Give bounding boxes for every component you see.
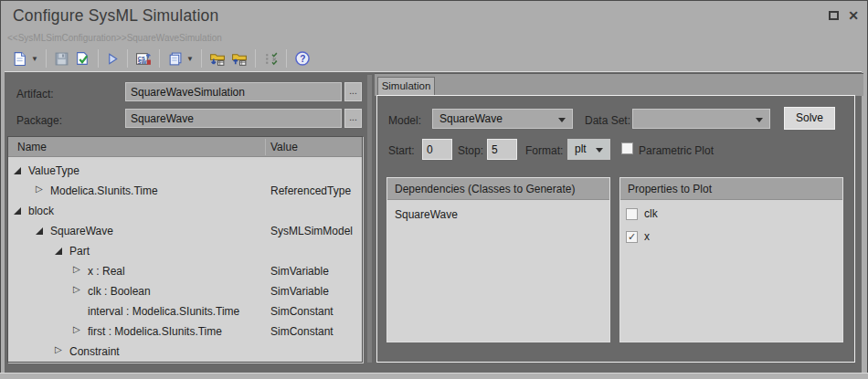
tree-row[interactable]: x : Real SimVariable <box>8 261 362 281</box>
package-label: Package: <box>16 114 62 127</box>
expander-icon[interactable] <box>55 247 65 257</box>
options-checklist-icon <box>263 51 279 67</box>
column-header-name[interactable]: Name <box>17 141 47 153</box>
new-artifact-button[interactable] <box>9 47 30 69</box>
expander-icon[interactable] <box>73 327 83 337</box>
tree-row[interactable]: interval : Modelica.SIunits.Time SimCons… <box>8 301 362 321</box>
tree-row-name: ValueType <box>28 164 79 177</box>
expander-icon[interactable] <box>55 347 65 357</box>
format-selected-value: plt <box>575 142 587 155</box>
tree-row-name: clk : Boolean <box>88 285 151 298</box>
tree-row-name: Constraint <box>69 345 120 358</box>
tree-row[interactable]: Modelica.SIunits.Time ReferencedType <box>8 181 362 201</box>
dependency-item[interactable]: SquareWave <box>395 208 458 221</box>
expander-icon[interactable] <box>73 287 83 297</box>
help-icon: ? <box>294 50 311 67</box>
column-divider[interactable] <box>265 139 266 155</box>
svg-text:?: ? <box>300 54 305 64</box>
artifact-field[interactable] <box>125 82 342 101</box>
generate-code-icon: CS SW <box>135 51 152 67</box>
config-tree: ValueType Modelica.SIunits.Time Referenc… <box>8 157 362 362</box>
stereotype-subtitle: <<SysMLSimConfiguration>>SquareWaveSimul… <box>7 33 222 43</box>
tree-row-value: ReferencedType <box>270 184 351 197</box>
solve-button[interactable]: Solve <box>784 107 835 130</box>
maximize-button[interactable] <box>829 11 839 20</box>
tree-row[interactable]: Part <box>8 241 362 261</box>
property-checkbox-clk[interactable] <box>626 208 638 220</box>
property-row[interactable]: x <box>626 230 650 243</box>
tree-row-value: SimConstant <box>270 305 333 318</box>
copy-button[interactable] <box>164 47 185 69</box>
expander-icon[interactable] <box>36 186 46 196</box>
dataset-select[interactable] <box>632 109 770 129</box>
stop-label: Stop: <box>458 144 483 157</box>
toolbar: ▼ CS SW <box>0 46 868 71</box>
artifact-browse-button[interactable]: ... <box>344 82 362 101</box>
tree-row[interactable]: SquareWave SysMLSimModel <box>8 221 362 241</box>
export-button[interactable] <box>228 47 250 69</box>
dependencies-header: Dependencies (Classes to Generate) <box>387 178 609 200</box>
format-select[interactable]: plt <box>567 139 610 160</box>
save-button[interactable] <box>51 47 72 69</box>
format-label: Format: <box>525 144 563 157</box>
tree-row[interactable]: ValueType <box>8 161 362 181</box>
panel-splitter[interactable] <box>367 75 372 363</box>
property-label: x <box>644 230 650 243</box>
tree-row[interactable]: first : Modelica.SIunits.Time SimConstan… <box>8 321 362 342</box>
tree-row-name: first : Modelica.SIunits.Time <box>88 325 222 338</box>
dataset-label: Data Set: <box>585 114 630 127</box>
new-artifact-caret-icon[interactable]: ▼ <box>31 55 38 63</box>
close-button[interactable]: ✕ <box>848 11 859 20</box>
properties-to-plot-panel: Properties to Plot clk x <box>619 177 843 342</box>
import-button[interactable] <box>206 47 228 69</box>
expander-icon[interactable] <box>14 166 24 176</box>
model-select[interactable]: SquareWave <box>432 109 573 129</box>
stop-input[interactable] <box>487 139 517 160</box>
start-input[interactable] <box>422 139 452 160</box>
grid-header: Name Value <box>8 137 362 157</box>
configure-sysml-simulation-dialog: Configure SysML Simulation ✕ <<SysMLSimC… <box>0 0 868 379</box>
toolbar-separator <box>255 49 256 68</box>
column-header-value[interactable]: Value <box>270 141 298 153</box>
toolbar-separator <box>46 49 47 68</box>
expander-icon[interactable] <box>73 307 83 317</box>
artifact-label: Artifact: <box>16 88 54 100</box>
dependencies-panel: Dependencies (Classes to Generate) Squar… <box>386 177 610 342</box>
properties-grid: Name Value ValueType Modelica.SIunits.Ti… <box>7 136 363 363</box>
expander-icon[interactable] <box>73 267 83 277</box>
tree-row[interactable]: Constraint <box>8 342 362 362</box>
package-browse-button[interactable]: ... <box>344 109 362 128</box>
validate-button[interactable] <box>72 47 93 69</box>
parametric-plot-checkbox[interactable] <box>621 142 633 154</box>
properties-header: Properties to Plot <box>620 178 842 200</box>
property-row[interactable]: clk <box>626 207 658 220</box>
tree-row-name: SquareWave <box>50 225 113 237</box>
expander-icon[interactable] <box>14 206 24 216</box>
expander-icon[interactable] <box>36 226 46 237</box>
package-field[interactable] <box>125 109 342 128</box>
window-bottom-edge <box>0 373 868 379</box>
dependencies-list[interactable]: SquareWave <box>387 200 609 342</box>
generate-code-button[interactable]: CS SW <box>132 47 154 69</box>
tree-row-name: Modelica.SIunits.Time <box>50 184 158 197</box>
tree-row-value: SimVariable <box>270 265 329 278</box>
properties-list[interactable]: clk x <box>620 200 842 342</box>
options-button[interactable] <box>260 47 281 69</box>
property-label: clk <box>644 207 658 220</box>
model-label: Model: <box>388 114 421 127</box>
toolbar-separator <box>159 49 160 68</box>
tree-row-name: x : Real <box>88 265 125 278</box>
svg-text:SW: SW <box>138 59 147 65</box>
copy-caret-icon[interactable]: ▼ <box>186 55 194 63</box>
run-icon <box>106 52 120 66</box>
tab-strip <box>375 73 863 96</box>
tree-row[interactable]: block <box>8 201 362 221</box>
import-folder-icon <box>209 51 226 67</box>
property-checkbox-x[interactable] <box>626 231 638 243</box>
tab-simulation[interactable]: Simulation <box>377 77 435 96</box>
tree-row[interactable]: clk : Boolean SimVariable <box>8 281 362 301</box>
run-simulation-button[interactable] <box>103 47 122 69</box>
titlebar: Configure SysML Simulation ✕ <<SysMLSimC… <box>0 0 868 46</box>
export-folder-icon <box>231 51 248 67</box>
help-button[interactable]: ? <box>291 47 313 69</box>
